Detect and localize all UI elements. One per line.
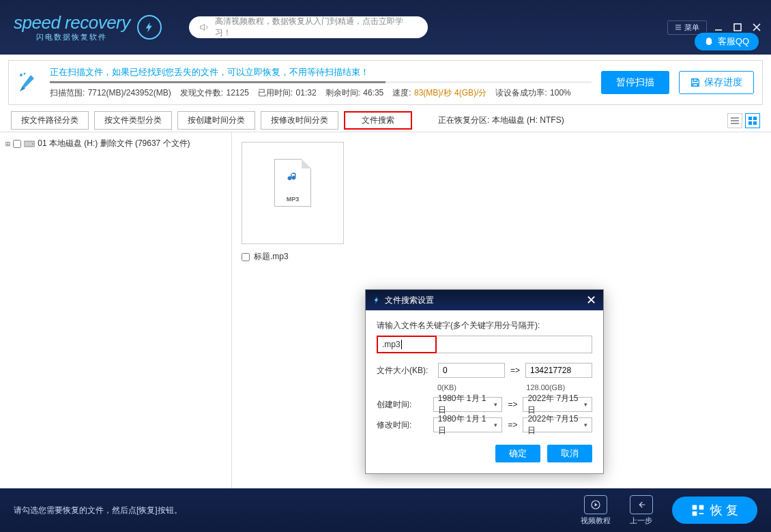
file-name: 标题.mp3 — [254, 251, 289, 263]
view-grid-button[interactable] — [745, 113, 760, 128]
modify-to-select[interactable]: 2022年 7月15日▾ — [523, 417, 592, 432]
tab-path[interactable]: 按文件路径分类 — [11, 111, 89, 130]
svg-rect-15 — [693, 512, 697, 516]
modify-from-select[interactable]: 1980年 1月 1日▾ — [433, 417, 503, 432]
svg-point-11 — [32, 143, 33, 145]
create-from-select[interactable]: 1980年 1月 1日▾ — [433, 397, 503, 412]
arrow-icon: => — [508, 420, 517, 430]
keyword-value: .mp3 — [382, 340, 401, 349]
file-checkbox[interactable] — [242, 253, 250, 261]
svg-rect-9 — [753, 121, 757, 125]
view-list-button[interactable] — [727, 113, 742, 128]
size-from-input[interactable] — [438, 363, 505, 378]
dialog-cancel-button[interactable]: 取消 — [547, 445, 592, 462]
tab-create-time[interactable]: 按创建时间分类 — [177, 111, 255, 130]
dialog-ok-button[interactable]: 确定 — [495, 445, 540, 462]
pause-scan-button[interactable]: 暂停扫描 — [601, 71, 669, 94]
qq-label: 客服QQ — [718, 35, 749, 48]
scan-brush-icon — [17, 71, 40, 94]
video-label: 视频教程 — [581, 516, 611, 526]
svg-rect-13 — [693, 505, 697, 510]
create-to-select[interactable]: 2022年 7月15日▾ — [523, 397, 592, 412]
svg-rect-7 — [753, 117, 757, 120]
tutorial-text: 高清视频教程，数据恢复从入门到精通，点击立即学习！ — [215, 16, 418, 39]
svg-rect-3 — [731, 117, 739, 119]
recover-button[interactable]: 恢 复 — [672, 497, 757, 524]
prev-step-button[interactable]: 上一步 — [630, 495, 653, 526]
logo-main: speed recovery — [14, 12, 130, 33]
recover-label: 恢 复 — [710, 502, 738, 518]
scan-status-text: 正在扫描文件，如果已经找到您丢失的文件，可以立即恢复，不用等待扫描结束！ — [50, 66, 592, 78]
prev-label: 上一步 — [630, 516, 652, 526]
size-from-hint: 0(KB) — [437, 383, 504, 391]
footer-hint: 请勾选您需要恢复的文件，然后点[恢复]按钮。 — [14, 505, 182, 516]
arrow-icon: => — [510, 366, 520, 375]
file-card[interactable]: MP3 标题.mp3 — [242, 142, 344, 263]
svg-rect-0 — [734, 24, 741, 31]
size-label: 文件大小(KB): — [377, 365, 433, 376]
speaker-icon — [199, 22, 209, 33]
main-area: ⊞ 01 本地磁盘 (H:) 删除文件 (79637 个文件) MP3 标题.m… — [0, 132, 771, 488]
svg-point-2 — [24, 73, 26, 75]
folder-tree: ⊞ 01 本地磁盘 (H:) 删除文件 (79637 个文件) — [0, 132, 232, 488]
partition-label: 正在恢复分区: 本地磁盘 (H: NTFS) — [438, 115, 564, 126]
tree-item-disk[interactable]: ⊞ 01 本地磁盘 (H:) 删除文件 (79637 个文件) — [5, 138, 226, 149]
svg-rect-4 — [731, 120, 739, 121]
title-bar: speed recovery 闪电数据恢复软件 高清视频教程，数据恢复从入门到精… — [0, 0, 771, 55]
expand-icon[interactable]: ⊞ — [5, 139, 10, 149]
app-logo: speed recovery 闪电数据恢复软件 — [14, 12, 162, 42]
tab-type[interactable]: 按文件类型分类 — [94, 111, 172, 130]
search-settings-dialog: 文件搜索设置 ✕ 请输入文件名关键字(多个关键字用分号隔开): .mp3 文件大… — [365, 289, 604, 474]
keyword-input[interactable]: .mp3 — [377, 336, 592, 353]
dialog-close-button[interactable]: ✕ — [586, 294, 596, 306]
scan-progress-bar — [50, 81, 592, 83]
tree-checkbox[interactable] — [13, 140, 21, 148]
disk-icon — [24, 140, 35, 148]
dialog-title: 文件搜索设置 — [385, 295, 434, 306]
lightning-icon — [137, 15, 162, 40]
mp3-file-icon: MP3 — [274, 159, 311, 207]
menu-label: 菜单 — [684, 23, 699, 33]
svg-point-1 — [20, 74, 23, 76]
tab-modify-time[interactable]: 按修改时间分类 — [261, 111, 338, 130]
size-to-hint: 128.00(GB) — [526, 383, 592, 391]
svg-rect-5 — [731, 123, 739, 124]
video-tutorial-button[interactable]: 视频教程 — [581, 495, 611, 526]
keyword-label: 请输入文件名关键字(多个关键字用分号隔开): — [377, 320, 592, 331]
logo-subtitle: 闪电数据恢复软件 — [14, 32, 130, 42]
create-time-label: 创建时间: — [377, 399, 428, 411]
size-to-input[interactable] — [525, 363, 592, 378]
dialog-title-bar[interactable]: 文件搜索设置 ✕ — [366, 290, 603, 310]
tree-item-label: 01 本地磁盘 (H:) 删除文件 (79637 个文件) — [38, 138, 190, 149]
save-progress-button[interactable]: 保存进度 — [679, 71, 754, 94]
scan-stats: 扫描范围: 7712(MB)/243952(MB) 发现文件数: 12125 已… — [50, 87, 592, 99]
svg-rect-14 — [699, 505, 704, 510]
footer-bar: 请勾选您需要恢复的文件，然后点[恢复]按钮。 视频教程 上一步 恢 复 — [0, 488, 771, 532]
qq-support-button[interactable]: 客服QQ — [695, 33, 759, 50]
arrow-icon: => — [508, 400, 517, 409]
category-tabs: 按文件路径分类 按文件类型分类 按创建时间分类 按修改时间分类 文件搜索 正在恢… — [0, 109, 771, 132]
tab-search[interactable]: 文件搜索 — [344, 111, 412, 130]
tutorial-banner[interactable]: 高清视频教程，数据恢复从入门到精通，点击立即学习！ — [189, 16, 428, 38]
modify-time-label: 修改时间: — [377, 419, 428, 431]
save-progress-label: 保存进度 — [704, 76, 742, 89]
scan-status-panel: 正在扫描文件，如果已经找到您丢失的文件，可以立即恢复，不用等待扫描结束！ 扫描范… — [8, 60, 763, 105]
svg-rect-6 — [748, 117, 752, 120]
file-badge: MP3 — [287, 196, 300, 203]
svg-rect-8 — [748, 121, 752, 125]
